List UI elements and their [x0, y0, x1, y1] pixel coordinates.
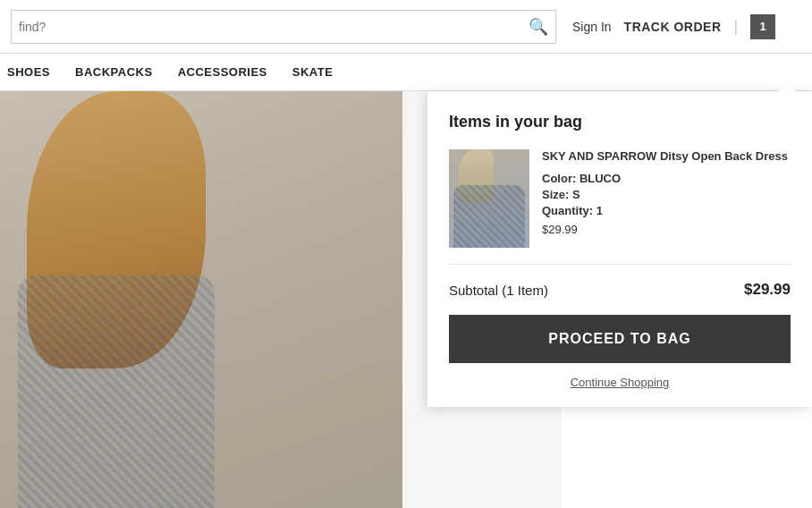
cart-item-quantity: Quantity: 1 — [542, 204, 791, 217]
cart-item-image — [449, 149, 529, 248]
product-image — [0, 91, 402, 508]
nav-item-shoes[interactable]: SHOES — [7, 65, 50, 79]
cart-item-color-value: BLUCO — [579, 172, 621, 185]
search-button[interactable]: 🔍 — [529, 17, 548, 37]
cart-item-color: Color: BLUCO — [542, 172, 791, 185]
search-bar[interactable]: 🔍 — [11, 10, 556, 44]
proceed-to-bag-button[interactable]: PROCEED TO BAG — [449, 315, 791, 363]
cart-icon: 1 — [750, 14, 775, 39]
search-input[interactable] — [19, 20, 529, 34]
mini-dress-figure — [449, 149, 529, 248]
cart-count: 1 — [760, 20, 766, 33]
header: 🔍 Sign In TRACK ORDER | 1 — [0, 0, 812, 54]
subtotal-row: Subtotal (1 Item) $29.99 — [449, 281, 791, 299]
cart-item: SKY AND SPARROW Ditsy Open Back Dress Co… — [449, 149, 791, 265]
sign-in-link[interactable]: Sign In — [572, 20, 612, 34]
cart-item-price: $29.99 — [542, 223, 791, 236]
nav-item-backpacks[interactable]: BACKPACKS — [75, 65, 153, 79]
main-area: Sky & Sparrow view all SKY AND SPARROW N… — [0, 91, 812, 508]
cart-item-name: SKY AND SPARROW Ditsy Open Back Dress — [542, 149, 791, 165]
cart-item-quantity-value: 1 — [596, 204, 603, 217]
subtotal-amount: $29.99 — [744, 281, 791, 299]
nav-item-accessories[interactable]: ACCESSORIES — [178, 65, 267, 79]
header-divider: | — [734, 17, 739, 36]
cart-title: Items in your bag — [449, 113, 791, 131]
cart-dropdown: Items in your bag SKY AND SPARROW Ditsy … — [427, 91, 812, 407]
cart-icon-wrapper[interactable]: 1 — [750, 14, 775, 39]
product-section — [0, 91, 402, 508]
cart-item-size-value: S — [572, 188, 580, 201]
cart-item-details: SKY AND SPARROW Ditsy Open Back Dress Co… — [542, 149, 791, 248]
cart-item-size: Size: S — [542, 188, 791, 201]
continue-shopping-link[interactable]: Continue Shopping — [449, 376, 791, 389]
subtotal-items: (1 Item) — [502, 283, 548, 298]
header-right: Sign In TRACK ORDER | 1 — [572, 14, 775, 39]
track-order-link[interactable]: TRACK ORDER — [624, 20, 722, 34]
navigation: SHOES BACKPACKS ACCESSORIES SKATE — [0, 54, 812, 91]
subtotal-label: Subtotal (1 Item) — [449, 283, 548, 298]
nav-item-skate[interactable]: SKATE — [292, 65, 334, 79]
